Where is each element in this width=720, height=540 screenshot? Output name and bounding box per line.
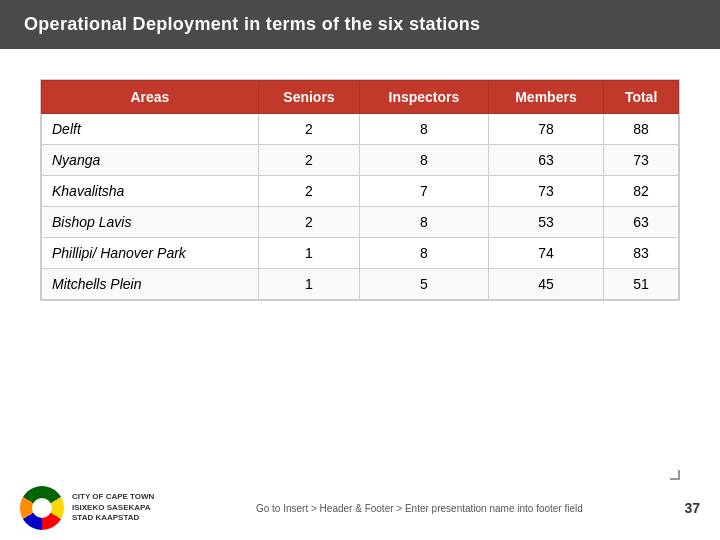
cell-area: Phillipi/ Hanover Park — [42, 238, 259, 269]
col-header-seniors: Seniors — [258, 81, 359, 114]
table-header-row: Areas Seniors Inspectors Members Total — [42, 81, 679, 114]
cell-value: 74 — [488, 238, 603, 269]
cell-value: 7 — [360, 176, 489, 207]
cell-value: 73 — [604, 145, 679, 176]
cell-area: Bishop Lavis — [42, 207, 259, 238]
cell-value: 53 — [488, 207, 603, 238]
cell-area: Khavalitsha — [42, 176, 259, 207]
cell-value: 2 — [258, 145, 359, 176]
logo-line2: ISIXEKO SASEKAPA — [72, 503, 154, 513]
cell-area: Mitchells Plein — [42, 269, 259, 300]
cell-value: 8 — [360, 145, 489, 176]
table-row: Khavalitsha277382 — [42, 176, 679, 207]
page-number: 37 — [684, 500, 700, 516]
cell-area: Nyanga — [42, 145, 259, 176]
cell-value: 1 — [258, 238, 359, 269]
col-header-total: Total — [604, 81, 679, 114]
cell-value: 51 — [604, 269, 679, 300]
logo-line3: STAD KAAPSTAD — [72, 513, 154, 523]
cell-value: 78 — [488, 114, 603, 145]
cell-value: 8 — [360, 114, 489, 145]
cell-value: 45 — [488, 269, 603, 300]
logo-inner-circle — [32, 498, 52, 518]
logo-text: CITY OF CAPE TOWN ISIXEKO SASEKAPA STAD … — [72, 492, 154, 523]
logo-line1: CITY OF CAPE TOWN — [72, 492, 154, 502]
logo-area: CITY OF CAPE TOWN ISIXEKO SASEKAPA STAD … — [20, 486, 154, 530]
cell-value: 63 — [488, 145, 603, 176]
cell-value: 8 — [360, 238, 489, 269]
cell-value: 2 — [258, 176, 359, 207]
cell-value: 2 — [258, 114, 359, 145]
cell-value: 8 — [360, 207, 489, 238]
data-table-container: Areas Seniors Inspectors Members Total D… — [40, 79, 680, 301]
col-header-inspectors: Inspectors — [360, 81, 489, 114]
deployment-table: Areas Seniors Inspectors Members Total D… — [41, 80, 679, 300]
slide-header: Operational Deployment in terms of the s… — [0, 0, 720, 49]
col-header-members: Members — [488, 81, 603, 114]
cell-value: 63 — [604, 207, 679, 238]
main-content: Areas Seniors Inspectors Members Total D… — [0, 49, 720, 321]
col-header-areas: Areas — [42, 81, 259, 114]
cell-value: 73 — [488, 176, 603, 207]
resize-handle[interactable] — [670, 470, 680, 480]
table-row: Mitchells Plein154551 — [42, 269, 679, 300]
cell-value: 82 — [604, 176, 679, 207]
table-row: Nyanga286373 — [42, 145, 679, 176]
cape-town-logo — [20, 486, 64, 530]
header-title: Operational Deployment in terms of the s… — [24, 14, 480, 34]
table-row: Delft287888 — [42, 114, 679, 145]
cell-value: 1 — [258, 269, 359, 300]
table-row: Bishop Lavis285363 — [42, 207, 679, 238]
cell-value: 5 — [360, 269, 489, 300]
cell-value: 83 — [604, 238, 679, 269]
table-row: Phillipi/ Hanover Park187483 — [42, 238, 679, 269]
cell-value: 2 — [258, 207, 359, 238]
footer-nav-text: Go to Insert > Header & Footer > Enter p… — [154, 503, 684, 514]
cell-area: Delft — [42, 114, 259, 145]
cell-value: 88 — [604, 114, 679, 145]
slide-footer: CITY OF CAPE TOWN ISIXEKO SASEKAPA STAD … — [0, 486, 720, 530]
